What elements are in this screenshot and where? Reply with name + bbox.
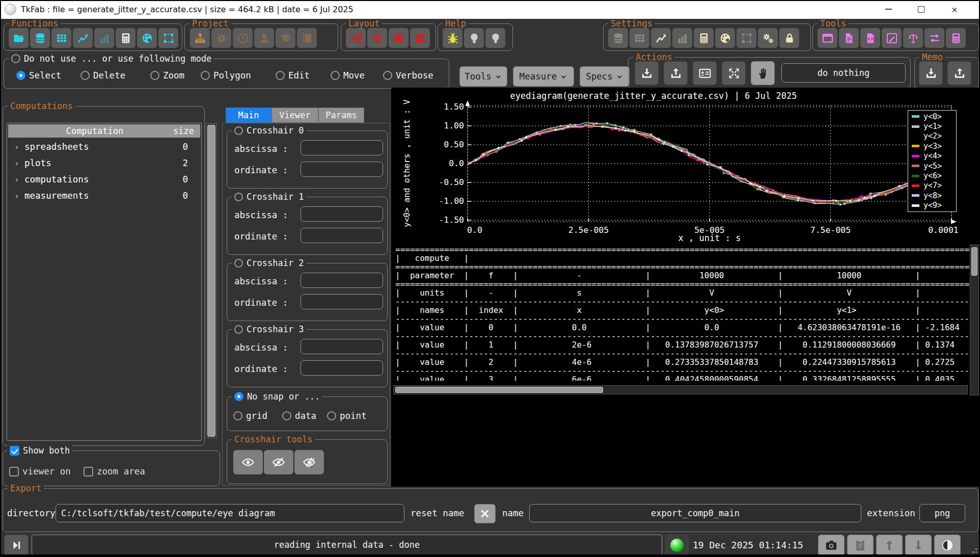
table-h-scrollbar-thumb[interactable] <box>395 387 603 393</box>
bar-chart-button[interactable] <box>672 28 692 48</box>
person-button[interactable] <box>254 28 274 48</box>
import-button[interactable] <box>635 61 659 85</box>
export-name-input[interactable] <box>529 504 861 522</box>
database-button[interactable] <box>608 28 628 48</box>
checkbox-viewer-on[interactable]: viewer on <box>9 463 71 480</box>
select-frame-button[interactable] <box>737 28 756 48</box>
actions-memo-entry[interactable] <box>781 63 906 83</box>
crosshair-1-radio[interactable] <box>234 193 243 201</box>
palette-button[interactable] <box>715 28 735 48</box>
export-extension-input[interactable] <box>919 504 965 522</box>
expander-icon[interactable]: › <box>14 142 24 152</box>
table-v-scrollbar[interactable] <box>970 245 979 395</box>
memo-import-button[interactable] <box>919 61 943 85</box>
mode-option-select[interactable]: Select <box>16 67 61 84</box>
computations-list[interactable]: Computationsize›spreadsheets0›plots2›com… <box>7 123 202 441</box>
select-frame-button[interactable] <box>158 28 178 48</box>
tab-viewer[interactable]: Viewer <box>271 108 318 123</box>
crosshair-2-ordinate-input[interactable] <box>301 294 383 309</box>
camera-button[interactable] <box>818 535 845 556</box>
menu-button-tools[interactable]: Tools <box>459 66 507 87</box>
folder-open-button[interactable] <box>9 28 29 48</box>
branch-button[interactable] <box>346 28 366 48</box>
bug-button[interactable] <box>443 28 462 48</box>
tree-item-computations[interactable]: ›computations0 <box>7 174 201 184</box>
crosshair-2-abscissa-input[interactable] <box>301 273 383 288</box>
mode-option-edit[interactable]: Edit <box>276 67 310 84</box>
horizontal-b-button[interactable] <box>410 28 430 48</box>
crosshair-1-abscissa-input[interactable] <box>301 206 383 222</box>
close-button[interactable]: ✕ <box>943 0 966 18</box>
arrow-down-button[interactable] <box>905 535 932 556</box>
tree-item-spreadsheets[interactable]: ›spreadsheets0 <box>7 142 201 152</box>
mode-option-move[interactable]: Move <box>331 67 365 84</box>
arrow-up-button[interactable] <box>876 535 903 556</box>
mode-default-radio[interactable] <box>11 54 20 63</box>
vertical-bars-button[interactable] <box>389 28 409 48</box>
bulb-button[interactable] <box>485 28 505 48</box>
computations-scrollbar-thumb[interactable] <box>207 125 215 437</box>
expander-icon[interactable]: › <box>14 158 24 168</box>
no-snap-radio[interactable] <box>234 392 243 401</box>
expander-icon[interactable]: › <box>14 191 24 201</box>
eye-button[interactable] <box>233 450 263 474</box>
snap-option-data[interactable]: data <box>282 408 316 423</box>
checkbox-zoom-area[interactable]: zoom area <box>84 463 145 480</box>
document-button[interactable] <box>839 28 859 48</box>
mode-option-verbose[interactable]: Verbose <box>383 67 433 84</box>
crosshair-0-radio[interactable] <box>234 126 243 135</box>
eye-hatch-button[interactable] <box>294 450 324 474</box>
computations-header[interactable]: Computationsize <box>8 124 200 138</box>
hierarchy-button[interactable] <box>190 28 210 48</box>
table-h-scrollbar[interactable] <box>393 385 968 394</box>
mode-option-delete[interactable]: Delete <box>80 67 125 84</box>
calculator-button[interactable] <box>116 28 135 48</box>
table-grid-button[interactable] <box>630 28 649 48</box>
memo-export-up-button[interactable] <box>947 61 971 85</box>
reset-name-button[interactable] <box>474 504 496 523</box>
calculator-button[interactable] <box>694 28 714 48</box>
book-button[interactable] <box>297 28 317 48</box>
resize-grip[interactable] <box>970 546 977 553</box>
gears-button[interactable] <box>758 28 778 48</box>
line-chart-button[interactable] <box>651 28 671 48</box>
window-button[interactable] <box>818 28 837 48</box>
minimize-button[interactable] <box>877 0 900 18</box>
tree-item-measurements[interactable]: ›measurements0 <box>7 191 201 201</box>
expand-button[interactable] <box>722 61 746 85</box>
hand-button[interactable] <box>751 61 775 85</box>
status-led-button[interactable] <box>665 535 689 556</box>
crosshair-0-ordinate-input[interactable] <box>301 162 383 177</box>
mode-option-zoom[interactable]: Zoom <box>150 67 184 84</box>
target-button[interactable] <box>367 28 387 48</box>
palette-button[interactable] <box>137 28 157 48</box>
menu-button-specs[interactable]: Specs <box>580 66 630 87</box>
bulb-button[interactable] <box>464 28 484 48</box>
clipboard-button[interactable] <box>847 535 874 556</box>
bar-chart-button[interactable] <box>94 28 114 48</box>
id-card-button[interactable] <box>693 61 717 85</box>
computations-scrollbar[interactable] <box>206 123 217 438</box>
tree-item-plots[interactable]: ›plots2 <box>7 158 201 168</box>
table-v-scrollbar-thumb[interactable] <box>971 247 977 276</box>
scales-button[interactable] <box>903 28 923 48</box>
crosshair-1-ordinate-input[interactable] <box>301 228 383 243</box>
show-both-checkbox[interactable] <box>10 446 19 456</box>
tab-params[interactable]: Params <box>318 108 364 123</box>
snap-option-grid[interactable]: grid <box>233 408 267 423</box>
doc-code-button[interactable] <box>860 28 880 48</box>
menu-button-measure[interactable]: Measure <box>513 66 574 87</box>
export-directory-input[interactable] <box>56 504 404 522</box>
calculator-button[interactable] <box>946 28 966 48</box>
grad-cap-button[interactable] <box>276 28 295 48</box>
gear-button[interactable] <box>211 28 231 48</box>
tab-main[interactable]: Main <box>226 108 271 123</box>
export-up-button[interactable] <box>664 61 688 85</box>
snap-option-point[interactable]: point <box>327 408 367 423</box>
lock-button[interactable] <box>779 28 799 48</box>
database-button[interactable] <box>30 28 50 48</box>
line-chart-button[interactable] <box>73 28 93 48</box>
run-button[interactable] <box>4 535 29 556</box>
toggle-button[interactable] <box>934 535 961 556</box>
eye-off-button[interactable] <box>264 450 293 474</box>
